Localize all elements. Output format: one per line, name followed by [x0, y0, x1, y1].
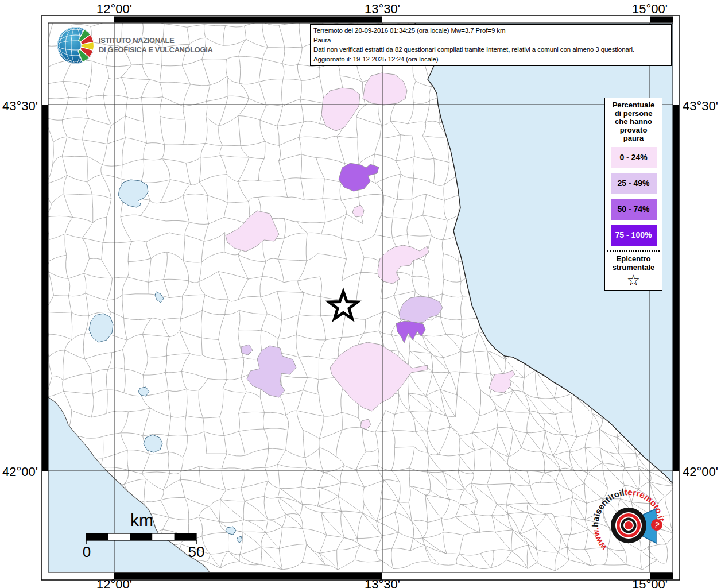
event-title: Terremoto del 20-09-2016 01:34:25 (ora l…: [313, 26, 668, 36]
axis-label-bottom-12: 12°00': [96, 577, 132, 588]
ingv-globe-icon: [56, 26, 95, 65]
scale-bar-start: 0: [83, 543, 91, 560]
axis-label-top-12: 12°00': [96, 2, 132, 17]
legend-epicenter-label: Epicentro strumentale: [605, 254, 662, 272]
ingv-name: ISTITUTO NAZIONALE DI GEOFISICA E VULCAN…: [99, 36, 212, 55]
map-page: km 0 50 12°00' 13°30' 15°00' 12°00' 13°3…: [0, 0, 721, 588]
event-info-box: Terremoto del 20-09-2016 01:34:25 (ora l…: [310, 24, 672, 66]
event-updated: Aggiornato il: 19-12-2025 12:24 (ora loc…: [313, 55, 668, 64]
legend-class-75-100: 75 - 100%: [611, 225, 657, 246]
event-map-type: Paura: [313, 36, 668, 45]
scale-bar-unit: km: [130, 510, 153, 529]
haisentito-logo: ? www.haisentitoilterremoto.it: [590, 481, 688, 580]
legend: Percentuale di persone che hanno provato…: [604, 98, 662, 291]
legend-title: Percentuale di persone che hanno provato…: [605, 101, 662, 143]
axis-label-right-4330: 43°30': [683, 99, 718, 114]
bullseye-icon: [611, 508, 646, 543]
axis-label-right-42: 42°00': [683, 465, 718, 479]
axis-label-left-42: 42°00': [0, 465, 38, 479]
legend-class-50-74: 50 - 74%: [611, 199, 657, 220]
event-data-note: Dati non verificati estratti da 82 quest…: [313, 45, 668, 55]
axis-label-top-15: 15°00': [632, 2, 668, 17]
axis-label-bottom-1330: 13°30': [365, 577, 400, 588]
legend-class-0-24: 0 - 24%: [611, 147, 657, 168]
scale-bar-end: 50: [188, 543, 205, 560]
ingv-logo: ISTITUTO NAZIONALE DI GEOFISICA E VULCAN…: [56, 26, 219, 65]
legend-divider: [607, 250, 660, 252]
legend-class-25-49: 25 - 49%: [611, 173, 657, 194]
axis-label-left-4330: 43°30': [0, 99, 38, 114]
axis-label-top-1330: 13°30': [365, 2, 400, 17]
legend-star-icon: ☆: [605, 273, 662, 288]
